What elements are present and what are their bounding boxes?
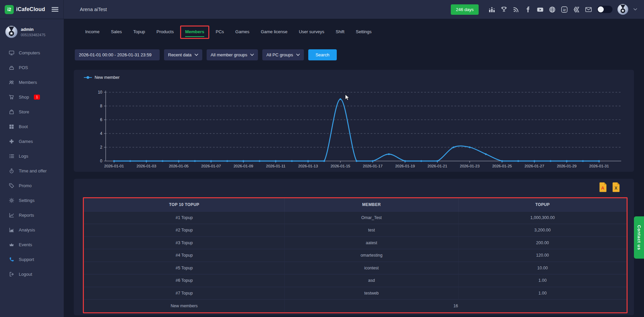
- tab-sales[interactable]: Sales: [111, 27, 122, 38]
- chart-legend[interactable]: New member: [84, 75, 119, 80]
- facebook-icon[interactable]: [525, 6, 532, 13]
- youtube-icon[interactable]: [537, 6, 544, 13]
- topup-cell: 10.00: [458, 262, 627, 274]
- sidebar-item-store[interactable]: Store: [0, 104, 64, 119]
- theme-toggle[interactable]: [597, 6, 612, 13]
- sidebar-user[interactable]: admin 005193482475: [0, 19, 64, 43]
- svg-text:2026-01-19: 2026-01-19: [395, 164, 415, 168]
- sidebar-item-label: Analysis: [19, 227, 35, 232]
- topup-cell: 1.00: [458, 287, 627, 300]
- rank-cell: #1 Topup: [84, 211, 285, 224]
- data-select[interactable]: Recent data: [164, 49, 202, 60]
- sidebar-item-reports[interactable]: Reports: [0, 208, 64, 222]
- contact-us-button[interactable]: Contact us: [634, 216, 644, 259]
- phone-icon: [9, 257, 14, 262]
- tab-topup[interactable]: Topup: [133, 27, 145, 38]
- legend-line-marker-icon: [84, 76, 92, 79]
- gamepad-icon: [9, 139, 14, 144]
- table-row: #6 Topupasd1.00: [84, 274, 627, 287]
- sidebar-item-support[interactable]: Support: [0, 252, 64, 267]
- sidebar-item-time-and-offer[interactable]: Time and offer: [0, 163, 64, 178]
- ranking-icon[interactable]: [488, 6, 495, 13]
- svg-text:2026-01-13: 2026-01-13: [298, 164, 318, 168]
- data-select-value: Recent data: [168, 52, 192, 57]
- tab-label: Products: [157, 29, 174, 34]
- member-groups-select[interactable]: All member groups: [207, 49, 258, 60]
- trophy-icon[interactable]: [500, 6, 507, 13]
- monitor-icon: [9, 50, 14, 56]
- globe-icon[interactable]: [549, 6, 556, 13]
- report-tabs: Income Sales Topup Products Members PCs …: [79, 27, 377, 38]
- user-name: admin: [21, 27, 45, 32]
- tab-pcs[interactable]: PCs: [216, 27, 224, 38]
- pc-groups-select[interactable]: All PC groups: [262, 49, 304, 60]
- col-header-top10: TOP 10 TOPUP: [84, 198, 285, 211]
- hamburger-menu-icon[interactable]: [51, 7, 59, 12]
- tab-products[interactable]: Products: [157, 27, 174, 38]
- tab-label: Sales: [111, 29, 122, 34]
- table-row: #2 Topuptest3,200.00: [84, 224, 627, 237]
- tab-user-surveys[interactable]: User surveys: [299, 27, 324, 38]
- layers-icon[interactable]: [573, 6, 580, 13]
- topbar: i2 iCafeCloud Arena aiTest 246 days i2: [0, 0, 644, 19]
- tab-label: User surveys: [299, 29, 324, 34]
- contact-us-label: Contact us: [637, 225, 641, 250]
- tab-shift[interactable]: Shift: [336, 27, 344, 38]
- sidebar-item-games[interactable]: Games: [0, 134, 64, 149]
- sidebar-item-promo[interactable]: Promo: [0, 178, 64, 193]
- export-pdf-icon[interactable]: A: [599, 182, 607, 192]
- tab-members[interactable]: Members: [185, 27, 204, 38]
- tab-games[interactable]: Games: [235, 27, 250, 38]
- sidebar-item-analysis[interactable]: Analysis: [0, 222, 64, 237]
- sidebar-item-label: POS: [19, 65, 28, 70]
- topbar-actions: 246 days i2: [451, 4, 644, 15]
- sidebar-item-settings[interactable]: Settings: [0, 193, 64, 208]
- export-buttons: A X: [599, 182, 620, 192]
- sidebar-item-shop[interactable]: Shop 1: [0, 90, 64, 104]
- chevron-down-icon: [250, 54, 254, 56]
- cash-register-icon: [9, 65, 14, 70]
- tab-label: Topup: [133, 29, 145, 34]
- chevron-down-icon[interactable]: [633, 8, 637, 11]
- svg-text:2026-01-15: 2026-01-15: [330, 164, 350, 168]
- svg-text:2026-01-31: 2026-01-31: [589, 164, 609, 168]
- sidebar-item-label: Computers: [19, 50, 40, 55]
- tab-game-license[interactable]: Game license: [261, 27, 287, 38]
- sidebar-item-logout[interactable]: Logout: [0, 267, 64, 281]
- member-cell: asd: [285, 274, 459, 287]
- sidebar-item-members[interactable]: Members: [0, 75, 64, 90]
- user-avatar[interactable]: [618, 4, 628, 15]
- sidebar-item-label: Reports: [19, 213, 34, 218]
- brand-logo: i2 iCafeCloud: [5, 5, 51, 14]
- sidebar: admin 005193482475 Computers POS Members…: [0, 19, 64, 317]
- member-cell: testweb: [285, 287, 459, 300]
- page-title: Arena aiTest: [64, 7, 451, 12]
- rank-cell: #7 Topup: [84, 287, 285, 300]
- table-row: #7 Topuptestweb1.00: [84, 287, 627, 300]
- topup-cell: 120.00: [458, 249, 627, 262]
- gear-icon: [9, 198, 14, 203]
- col-header-topup: TOPUP: [458, 198, 627, 211]
- sidebar-item-logs[interactable]: Logs: [0, 149, 64, 163]
- subscription-days-badge[interactable]: 246 days: [451, 4, 479, 15]
- tab-income[interactable]: Income: [85, 27, 100, 38]
- rss-icon[interactable]: [513, 6, 520, 13]
- sidebar-item-boot[interactable]: Boot: [0, 119, 64, 134]
- tag-icon: [9, 183, 14, 189]
- date-range-input[interactable]: 2026-01-01 00:00 - 2026-01-31 23:59: [75, 49, 160, 60]
- sidebar-item-label: Logs: [19, 154, 28, 159]
- sidebar-item-label: Store: [19, 109, 29, 114]
- sidebar-item-pos[interactable]: POS: [0, 60, 64, 75]
- summary-label: New members: [84, 300, 285, 312]
- tab-label: PCs: [216, 29, 224, 34]
- svg-text:A: A: [601, 186, 604, 191]
- tab-settings[interactable]: Settings: [356, 27, 372, 38]
- sidebar-item-events[interactable]: Events: [0, 237, 64, 252]
- export-excel-icon[interactable]: X: [612, 182, 620, 192]
- icafecloud-app-icon[interactable]: i2: [561, 6, 568, 13]
- mail-icon[interactable]: [585, 6, 592, 13]
- table-row: #5 Topupicontest10.00: [84, 262, 627, 274]
- search-button[interactable]: Search: [308, 49, 337, 60]
- sidebar-item-computers[interactable]: Computers: [0, 45, 64, 60]
- topup-cell: 1.00: [458, 274, 627, 287]
